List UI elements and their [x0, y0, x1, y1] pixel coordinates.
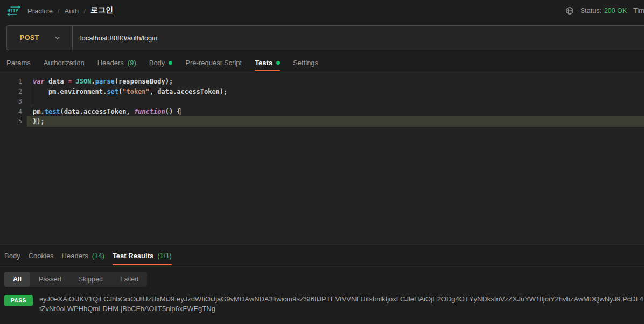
line-number: 3 [0, 96, 22, 107]
tab-cookies[interactable]: Cookies [29, 245, 54, 266]
line-number: 1 [0, 77, 22, 87]
tab-pre-request-script[interactable]: Pre-request Script [185, 54, 242, 72]
breadcrumb-current-request-name[interactable]: 로그인 [90, 5, 113, 16]
code-text: var data = JSON.parse(responseBody); [22, 77, 173, 87]
code-line-4: 4pm.test(data.accessToken, function() { [0, 107, 644, 117]
code-line-2: 2 pm.environment.set("token", data.acces… [0, 87, 644, 97]
tab-headers[interactable]: Headers(14) [62, 245, 104, 266]
tab-tests[interactable]: Tests [255, 54, 280, 72]
tab-label: Headers [97, 59, 124, 67]
request-url-box: POST [6, 25, 644, 50]
response-section: BodyCookiesHeaders(14)Test Results(1/1) … [0, 245, 644, 314]
modified-dot-icon [276, 61, 280, 65]
breadcrumb-item-auth[interactable]: Auth [65, 7, 79, 15]
tab-authorization[interactable]: Authorization [44, 54, 85, 72]
code-text: pm.environment.set("token", data.accessT… [22, 87, 227, 97]
test-name-text: eyJ0eXAiOiJKV1QiLCJhbGciOiJIUzUxMiJ9.eyJ… [39, 294, 644, 314]
pass-status-badge: PASS [4, 295, 33, 306]
tab-label: Body [149, 59, 165, 67]
breadcrumb: Practice / Auth / 로그인 [27, 5, 113, 16]
filter-skipped[interactable]: Skipped [70, 272, 111, 287]
tab-test-results[interactable]: Test Results(1/1) [113, 245, 172, 266]
code-text [22, 96, 33, 107]
indent-guide [33, 96, 33, 107]
filter-all[interactable]: All [4, 272, 30, 287]
line-number: 5 [0, 116, 22, 127]
status-label: Status: [580, 7, 601, 15]
network-globe-icon[interactable] [565, 6, 574, 15]
tab-label: Settings [293, 59, 318, 67]
chevron-down-icon [54, 35, 60, 41]
filter-failed[interactable]: Failed [111, 272, 147, 287]
tab-label: Cookies [29, 252, 54, 260]
code-line-5: 5}); [0, 116, 644, 127]
breadcrumb-item-practice[interactable]: Practice [27, 7, 53, 15]
method-dropdown[interactable]: POST [7, 26, 60, 50]
tab-label: Authorization [44, 59, 85, 67]
test-result-row: PASS eyJ0eXAiOiJKV1QiLCJhbGciOiJIUzUxMiJ… [0, 287, 644, 314]
line-number: 4 [0, 107, 22, 117]
tab-settings[interactable]: Settings [293, 54, 318, 72]
code-line-1: 1var data = JSON.parse(responseBody); [0, 77, 644, 87]
code-line-3: 3 [0, 96, 644, 107]
status-value: 200 OK [604, 7, 627, 15]
tab-label: Tests [255, 59, 272, 67]
tab-label: Test Results [113, 252, 153, 260]
tab-label: Pre-request Script [185, 59, 242, 67]
url-input[interactable] [73, 33, 644, 43]
tab-label: Headers [62, 252, 88, 260]
tab-count-badge: (14) [92, 252, 104, 260]
test-result-filter-group: AllPassedSkippedFailed [4, 272, 147, 287]
filter-passed[interactable]: Passed [30, 272, 70, 287]
breadcrumb-separator: / [83, 7, 86, 15]
time-label: Time [633, 7, 644, 15]
tab-label: Body [4, 252, 20, 260]
tab-headers[interactable]: Headers(9) [97, 54, 136, 72]
tab-body[interactable]: Body [149, 54, 173, 72]
test-result-filters-row: AllPassedSkippedFailed [0, 267, 644, 287]
svg-text:HTTP: HTTP [8, 8, 18, 13]
code-text: pm.test(data.accessToken, function() { [22, 107, 181, 117]
tab-count-badge: (1/1) [157, 252, 172, 260]
method-label: POST [7, 34, 39, 42]
modified-dot-icon [169, 61, 172, 65]
line-number: 2 [0, 87, 22, 97]
response-meta: Status: 200 OK Time [565, 0, 644, 22]
breadcrumb-bar: HTTP Practice / Auth / 로그인 [0, 0, 644, 22]
http-request-icon: HTTP [6, 6, 21, 16]
tab-body[interactable]: Body [4, 245, 20, 266]
request-tabs: ParamsAuthorizationHeaders(9)BodyPre-req… [0, 54, 644, 72]
response-tabs: BodyCookiesHeaders(14)Test Results(1/1) [0, 245, 644, 267]
tab-count-badge: (9) [128, 59, 136, 67]
code-editor[interactable]: 1var data = JSON.parse(responseBody);2 p… [0, 72, 644, 245]
tab-label: Params [6, 59, 31, 67]
request-url-row: POST [0, 22, 644, 54]
code-lines: 1var data = JSON.parse(responseBody);2 p… [0, 77, 644, 127]
breadcrumb-separator: / [58, 7, 60, 15]
tab-params[interactable]: Params [6, 54, 31, 72]
code-text: }); [22, 116, 45, 127]
